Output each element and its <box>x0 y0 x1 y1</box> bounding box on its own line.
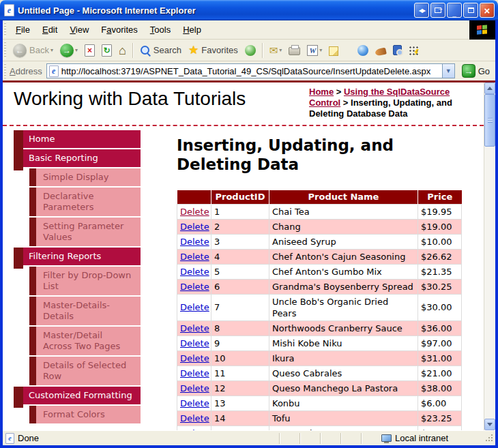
sidebar-item-filter-by-drop-down-list[interactable]: Filter by Drop-Down List <box>29 267 141 295</box>
product-price: $30.00 <box>418 294 462 320</box>
column-header: Price <box>418 190 462 204</box>
status-bar: e Done Local intranet <box>3 430 495 445</box>
box-arrow-icon <box>435 8 441 13</box>
table-row: Delete14Tofu$23.25 <box>177 410 462 425</box>
address-label: Address <box>10 66 42 76</box>
discuss-button[interactable] <box>325 41 342 60</box>
sidebar-item-details-of-selected-row[interactable]: Details of Selected Row <box>29 357 141 385</box>
status-page-icon: e <box>5 433 14 444</box>
product-id: 1 <box>211 204 269 219</box>
toolbar-grip[interactable] <box>4 63 6 78</box>
sidebar-item-setting-parameter-values[interactable]: Setting Parameter Values <box>29 218 141 246</box>
statusbar-divider <box>361 433 362 444</box>
column-header: ProductID <box>211 190 269 204</box>
delete-link[interactable]: Delete <box>180 207 209 217</box>
sidebar-item-home[interactable]: Home <box>23 130 141 148</box>
sidebar-item-format-colors[interactable]: Format Colors <box>29 406 141 423</box>
delete-link[interactable]: Delete <box>180 252 209 262</box>
refresh-button[interactable]: ↻ <box>98 41 115 60</box>
media-button[interactable] <box>241 41 259 60</box>
delete-link[interactable]: Delete <box>180 222 209 232</box>
scroll-up-button[interactable] <box>484 83 495 94</box>
sidebar-item-customized-formatting[interactable]: Customized Formatting <box>23 387 141 404</box>
research-button[interactable] <box>390 41 405 60</box>
stop-icon: × <box>85 44 95 57</box>
delete-link[interactable]: Delete <box>180 413 209 423</box>
note-icon <box>329 46 338 56</box>
delete-link[interactable]: Delete <box>180 302 209 312</box>
product-name: Genen Shouyu <box>269 425 418 430</box>
stop-button[interactable]: × <box>81 41 98 60</box>
delete-link[interactable]: Delete <box>180 323 209 333</box>
product-id: 9 <box>211 335 269 350</box>
delete-link[interactable]: Delete <box>180 353 209 363</box>
sidebar-item-declarative-parameters[interactable]: Declarative Parameters <box>29 188 141 216</box>
edit-dropdown-icon[interactable]: ▾ <box>319 47 322 53</box>
sidebar-item-master-detail-across-two-pages[interactable]: Master/Detail Across Two Pages <box>29 327 141 355</box>
resize-grip[interactable] <box>485 434 494 443</box>
sidebar-item-master-details-details[interactable]: Master-Details-Details <box>29 297 141 325</box>
close-button[interactable]: × <box>480 3 495 18</box>
toolbar-grip[interactable] <box>4 42 6 59</box>
column-header: Product Name <box>269 190 418 204</box>
favorites-icon: ★ <box>188 44 199 56</box>
mail-dropdown-icon[interactable]: ▾ <box>279 47 282 53</box>
back-dropdown-icon[interactable]: ▾ <box>50 47 53 53</box>
title-bar: e Untitled Page - Microsoft Internet Exp… <box>0 0 498 20</box>
forward-dropdown-icon[interactable]: ▾ <box>75 47 78 53</box>
product-id: 11 <box>211 365 269 380</box>
search-button[interactable]: Search <box>136 41 185 60</box>
ie-page-icon: e <box>4 4 14 16</box>
popout-button[interactable] <box>430 3 445 18</box>
address-input[interactable]: http://localhost:3719/ASPNET_Data_Tutori… <box>61 66 442 76</box>
sidebar-item-simple-display[interactable]: Simple Display <box>29 168 141 186</box>
breadcrumb-link-home[interactable]: Home <box>309 87 334 97</box>
delete-link[interactable]: Delete <box>180 338 209 348</box>
sidebar-item-filtering-reports[interactable]: Filtering Reports <box>23 248 141 265</box>
menu-help[interactable]: Help <box>177 22 207 38</box>
sidebar-item-basic-reporting[interactable]: Basic Reporting <box>23 149 141 167</box>
product-name: Mishi Kobe Niku <box>269 335 418 350</box>
statusbar-divider <box>279 433 280 444</box>
standard-toolbar: ← Back▾ → ▾ × ↻ ⌂ Search ★ Favorites ✉ <box>3 40 495 61</box>
address-field[interactable]: e http://localhost:3719/ASPNET_Data_Tuto… <box>46 63 455 78</box>
address-dropdown-button[interactable]: ▼ <box>442 64 454 78</box>
home-button[interactable]: ⌂ <box>115 41 130 60</box>
delete-link[interactable]: Delete <box>180 267 209 277</box>
product-price: $31.00 <box>418 350 462 365</box>
companion-button[interactable] <box>372 41 390 60</box>
product-id: 13 <box>211 395 269 410</box>
menu-file[interactable]: File <box>10 22 36 38</box>
maximize-button[interactable] <box>463 3 478 18</box>
delete-link[interactable]: Delete <box>180 282 209 292</box>
go-button[interactable]: → Go <box>459 64 493 78</box>
back-button[interactable]: ← Back▾ <box>10 41 57 60</box>
delete-link[interactable]: Delete <box>180 237 209 247</box>
sidebar-item-label: Format Colors <box>43 409 105 419</box>
delete-link[interactable]: Delete <box>180 383 209 393</box>
delete-link[interactable]: Delete <box>180 398 209 408</box>
vertical-scrollbar[interactable] <box>484 83 495 430</box>
forward-button[interactable]: → ▾ <box>57 41 81 60</box>
mail-button[interactable]: ✉ ▾ <box>266 41 286 60</box>
pan-arrows-button[interactable]: ◀▶ <box>414 3 429 18</box>
security-zone: Local intranet <box>381 433 484 443</box>
messenger-button[interactable] <box>354 41 372 60</box>
menu-edit[interactable]: Edit <box>36 22 63 38</box>
minimize-button[interactable]: _ <box>447 3 462 18</box>
edit-word-button[interactable]: W ▾ <box>304 41 325 60</box>
scrollbar-thumb[interactable] <box>484 94 495 147</box>
print-button[interactable] <box>285 41 304 60</box>
product-id: 8 <box>211 320 269 335</box>
product-price: $6.00 <box>418 395 462 410</box>
quicklinks-button[interactable] <box>405 41 422 60</box>
word-icon: W <box>307 45 318 56</box>
favorites-button[interactable]: ★ Favorites <box>185 41 241 60</box>
menu-favorites[interactable]: Favorites <box>95 22 143 38</box>
toolbar-grip[interactable] <box>4 23 6 38</box>
delete-link[interactable]: Delete <box>180 368 209 378</box>
breadcrumb: Home > Using the SqlDataSource Control >… <box>309 87 478 119</box>
menu-tools[interactable]: Tools <box>144 22 177 38</box>
scroll-down-button[interactable] <box>484 419 495 430</box>
menu-view[interactable]: View <box>63 22 95 38</box>
